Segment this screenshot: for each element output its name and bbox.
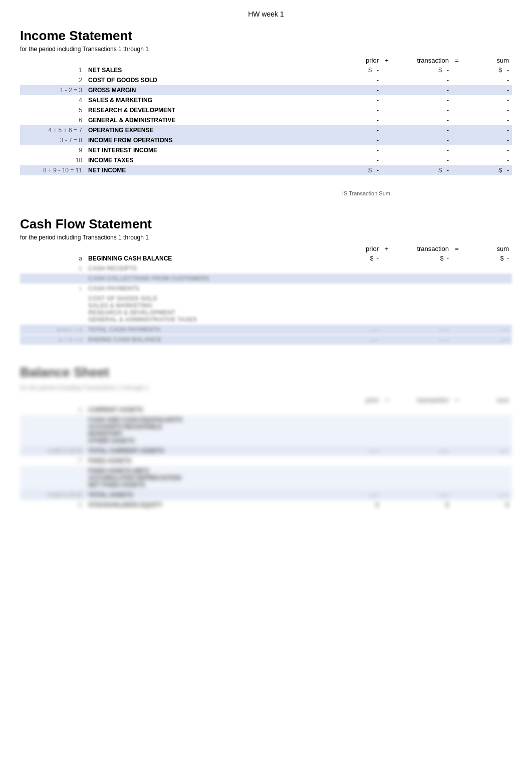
cash-flow-subtitle: for the period including Transactions 1 … [20, 234, 512, 241]
row-sum: - [462, 145, 512, 155]
cf-header-label [85, 244, 342, 253]
row-label: NET SALES [85, 65, 342, 75]
income-statement-row: 8 + 9 - 10 = 11 NET INCOME $ - $ - $ - [20, 165, 512, 175]
cash-flow-header-row: prior + transaction = sum [20, 244, 512, 253]
cash-flow-row-blurred: b CASH RECEIPTS [20, 264, 512, 274]
row-prior: - [342, 125, 382, 135]
balance-sheet-title: Balance Sheet [20, 365, 512, 380]
row-label: NET INTEREST INCOME [85, 145, 342, 155]
row-plus [382, 145, 392, 155]
cf-header-sum: sum [462, 244, 512, 253]
row-transaction: $ - [392, 253, 452, 264]
row-equals [452, 75, 462, 85]
row-id: 4 [20, 95, 85, 105]
cf-header-equals: = [452, 244, 462, 253]
header-transaction: transaction [392, 56, 452, 65]
row-transaction: - [392, 115, 452, 125]
income-statement-row: 1 - 2 = 3 GROSS MARGIN - - - [20, 85, 512, 95]
is-transaction-sum: IS Transaction Sum [20, 190, 512, 196]
row-sum: - [462, 125, 512, 135]
row-plus [382, 95, 392, 105]
row-id: 6 [20, 115, 85, 125]
row-label: INCOME TAXES [85, 155, 342, 165]
row-id: 9 [20, 145, 85, 155]
row-prior: - [342, 75, 382, 85]
row-equals [452, 135, 462, 145]
row-prior: - [342, 115, 382, 125]
cash-flow-row-blurred: a+b-c = d TOTAL CASH PAYMENTS -,--- -,--… [20, 325, 512, 335]
row-sum: $ - [462, 253, 512, 264]
header-id-col [20, 56, 85, 65]
row-plus [382, 253, 392, 264]
row-equals [452, 145, 462, 155]
row-id: 3 - 7 = 8 [20, 135, 85, 145]
row-prior: $ - [342, 65, 382, 75]
row-prior: $ - [342, 253, 382, 264]
income-statement-row: 4 SALES & MARKETING - - - [20, 95, 512, 105]
row-prior: - [342, 145, 382, 155]
income-statement-row: 9 NET INTEREST INCOME - - - [20, 145, 512, 155]
row-sum: - [462, 75, 512, 85]
balance-sheet-section: Balance Sheet for the period including T… [20, 365, 512, 510]
row-plus [382, 105, 392, 115]
row-transaction: - [392, 75, 452, 85]
cf-header-prior: prior [342, 244, 382, 253]
row-prior: - [342, 95, 382, 105]
row-label: RESEARCH & DEVELOPMENT [85, 105, 342, 115]
row-label: NET INCOME [85, 165, 342, 175]
row-sum: - [462, 115, 512, 125]
row-transaction: - [392, 135, 452, 145]
row-transaction: - [392, 85, 452, 95]
row-plus [382, 75, 392, 85]
income-statement-row: 3 - 7 = 8 INCOME FROM OPERATIONS - - - [20, 135, 512, 145]
row-sum: - [462, 95, 512, 105]
income-statement-subtitle: for the period including Transactions 1 … [20, 46, 512, 53]
header-label-col [85, 56, 342, 65]
row-id: 8 + 9 - 10 = 11 [20, 165, 85, 175]
row-label: COST OF GOODS SOLD [85, 75, 342, 85]
row-prior: - [342, 105, 382, 115]
balance-sheet-table: prior + transaction = sum A CURRENT ASSE… [20, 395, 512, 510]
row-id: a [20, 253, 85, 264]
cf-header-id [20, 244, 85, 253]
income-statement-row: 5 RESEARCH & DEVELOPMENT - - - [20, 105, 512, 115]
row-transaction: $ - [392, 65, 452, 75]
row-sum: $ - [462, 65, 512, 75]
row-id: 1 - 2 = 3 [20, 85, 85, 95]
row-id: 4 + 5 + 6 = 7 [20, 125, 85, 135]
row-equals [452, 125, 462, 135]
row-equals [452, 155, 462, 165]
row-equals [452, 105, 462, 115]
row-sum: - [462, 135, 512, 145]
income-statement-section: Income Statement for the period includin… [20, 28, 512, 196]
cash-flow-table: prior + transaction = sum a BEGINNING CA… [20, 244, 512, 345]
income-statement-title: Income Statement [20, 28, 512, 44]
row-id: 5 [20, 105, 85, 115]
cash-flow-row: a BEGINNING CASH BALANCE $ - $ - $ - [20, 253, 512, 264]
income-statement-table: prior + transaction = sum 1 NET SALES $ … [20, 56, 512, 175]
row-plus [382, 65, 392, 75]
row-prior: - [342, 85, 382, 95]
cash-flow-row-blurred: c CASH PAYMENTS [20, 284, 512, 294]
row-transaction: $ - [392, 165, 452, 175]
row-id: 1 [20, 65, 85, 75]
row-transaction: - [392, 95, 452, 105]
row-prior: - [342, 155, 382, 165]
row-plus [382, 115, 392, 125]
row-transaction: - [392, 155, 452, 165]
row-equals [452, 253, 462, 264]
row-label: INCOME FROM OPERATIONS [85, 135, 342, 145]
cf-header-plus: + [382, 244, 392, 253]
row-equals [452, 165, 462, 175]
row-plus [382, 135, 392, 145]
row-equals [452, 115, 462, 125]
cash-flow-section: Cash Flow Statement for the period inclu… [20, 216, 512, 345]
page-title: HW week 1 [20, 10, 512, 18]
cash-flow-row-blurred: a + b = e ENDING CASH BALANCE -,--- -,--… [20, 335, 512, 345]
income-statement-row: 6 GENERAL & ADMINISTRATIVE - - - [20, 115, 512, 125]
cash-flow-row-blurred: CASH COLLECTIONS FROM CUSTOMERS [20, 274, 512, 284]
row-plus [382, 165, 392, 175]
row-transaction: - [392, 125, 452, 135]
row-plus [382, 85, 392, 95]
row-label: GENERAL & ADMINISTRATIVE [85, 115, 342, 125]
